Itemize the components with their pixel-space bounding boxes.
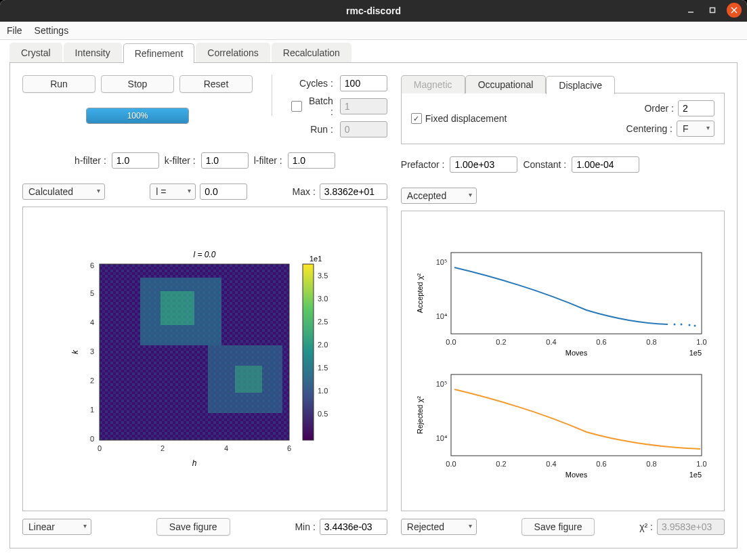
svg-point-40 bbox=[673, 324, 675, 326]
svg-text:l = 0.0: l = 0.0 bbox=[194, 250, 216, 259]
constant-input[interactable] bbox=[572, 156, 639, 173]
chi-output bbox=[657, 519, 725, 535]
svg-text:10⁴: 10⁴ bbox=[436, 312, 448, 320]
prefactor-input[interactable] bbox=[450, 156, 517, 173]
cycles-label: Cycles : bbox=[299, 78, 333, 89]
svg-text:6: 6 bbox=[90, 261, 94, 270]
stop-button[interactable]: Stop bbox=[101, 75, 174, 93]
svg-text:1e5: 1e5 bbox=[689, 349, 702, 357]
svg-text:10⁵: 10⁵ bbox=[436, 380, 447, 388]
svg-text:h: h bbox=[192, 458, 197, 468]
constant-label: Constant : bbox=[523, 159, 566, 170]
axis-select[interactable]: l = bbox=[150, 184, 196, 200]
tab-intensity[interactable]: Intensity bbox=[64, 43, 122, 62]
batch-checkbox[interactable] bbox=[291, 101, 302, 112]
svg-text:1: 1 bbox=[90, 406, 94, 414]
svg-text:0.8: 0.8 bbox=[646, 460, 656, 468]
bottom-chart-select[interactable]: Rejected bbox=[401, 519, 477, 535]
prefactor-label: Prefactor : bbox=[401, 159, 445, 170]
progress-text: 100% bbox=[87, 108, 188, 123]
subtab-occupational[interactable]: Occupational bbox=[465, 75, 547, 93]
save-figure-left-button[interactable]: Save figure bbox=[156, 518, 230, 536]
svg-text:0.2: 0.2 bbox=[496, 338, 506, 346]
svg-text:3.0: 3.0 bbox=[318, 295, 328, 303]
svg-rect-28 bbox=[303, 264, 314, 440]
svg-text:0.6: 0.6 bbox=[596, 460, 606, 468]
svg-text:0.2: 0.2 bbox=[496, 460, 506, 468]
subtab-displacive[interactable]: Displacive bbox=[546, 76, 615, 94]
svg-text:k: k bbox=[70, 349, 80, 354]
svg-rect-36 bbox=[451, 253, 702, 334]
run-count-label: Run : bbox=[310, 124, 333, 135]
svg-text:10⁴: 10⁴ bbox=[436, 434, 448, 442]
fixed-displacement-checkbox[interactable]: ✓ Fixed displacement bbox=[411, 113, 507, 124]
progress-bar: 100% bbox=[86, 108, 189, 124]
svg-text:0.4: 0.4 bbox=[546, 338, 556, 346]
min-label: Min : bbox=[295, 521, 315, 532]
axis-value-input[interactable] bbox=[200, 184, 247, 200]
run-button[interactable]: Run bbox=[22, 75, 95, 93]
lfilter-input[interactable] bbox=[288, 152, 335, 169]
menu-bar: File Settings bbox=[0, 22, 747, 40]
svg-text:0: 0 bbox=[90, 435, 94, 443]
tab-correlations[interactable]: Correlations bbox=[196, 43, 270, 62]
close-button[interactable] bbox=[727, 3, 742, 18]
reset-button[interactable]: Reset bbox=[179, 75, 253, 93]
chi-plots: Accepted χ² 10⁵10⁴ 0.00.20.40.60.81.0 Mo… bbox=[401, 211, 725, 511]
svg-point-42 bbox=[688, 324, 690, 326]
svg-text:1.0: 1.0 bbox=[318, 387, 328, 395]
subtab-magnetic: Magnetic bbox=[401, 75, 465, 93]
centering-select[interactable]: F bbox=[677, 121, 714, 137]
svg-text:0.5: 0.5 bbox=[318, 410, 328, 418]
svg-text:10⁵: 10⁵ bbox=[436, 258, 447, 266]
max-label: Max : bbox=[293, 186, 316, 197]
batch-input bbox=[340, 98, 387, 114]
svg-text:4: 4 bbox=[224, 444, 228, 452]
menu-settings[interactable]: Settings bbox=[35, 25, 69, 36]
window-title: rmc-discord bbox=[346, 5, 401, 16]
svg-text:1.0: 1.0 bbox=[696, 460, 706, 468]
main-tabs: Crystal Intensity Refinement Correlation… bbox=[9, 43, 738, 63]
scale-select[interactable]: Linear bbox=[22, 519, 91, 535]
plot-type-select[interactable]: Calculated bbox=[22, 184, 105, 200]
svg-text:0.6: 0.6 bbox=[596, 338, 606, 346]
svg-text:3.5: 3.5 bbox=[318, 272, 328, 280]
tab-refinement[interactable]: Refinement bbox=[123, 43, 195, 63]
svg-text:1e5: 1e5 bbox=[689, 471, 702, 479]
batch-label: Batch : bbox=[309, 95, 333, 117]
min-input[interactable] bbox=[320, 519, 387, 535]
svg-text:0: 0 bbox=[98, 444, 102, 452]
svg-rect-52 bbox=[451, 374, 702, 456]
svg-text:2: 2 bbox=[161, 444, 165, 452]
tab-crystal[interactable]: Crystal bbox=[9, 43, 62, 62]
heatmap-plot: l = 0.0 0123456 bbox=[22, 207, 387, 511]
titlebar: rmc-discord bbox=[0, 0, 747, 22]
order-label: Order : bbox=[644, 103, 674, 114]
svg-text:5: 5 bbox=[90, 289, 94, 297]
svg-rect-1 bbox=[710, 8, 715, 13]
maximize-button[interactable] bbox=[705, 3, 720, 18]
svg-text:4: 4 bbox=[90, 318, 94, 326]
max-input[interactable] bbox=[320, 184, 387, 200]
svg-text:0.0: 0.0 bbox=[446, 338, 456, 346]
svg-point-43 bbox=[693, 325, 696, 327]
menu-file[interactable]: File bbox=[7, 25, 22, 36]
svg-text:2.5: 2.5 bbox=[318, 318, 328, 326]
svg-text:Accepted χ²: Accepted χ² bbox=[416, 273, 424, 313]
centering-label: Centering : bbox=[626, 123, 673, 134]
run-count-input bbox=[340, 121, 387, 137]
save-figure-right-button[interactable]: Save figure bbox=[521, 518, 595, 536]
hfilter-input[interactable] bbox=[112, 152, 159, 169]
svg-text:0.0: 0.0 bbox=[446, 460, 456, 468]
tab-recalculation[interactable]: Recalculation bbox=[272, 43, 351, 62]
cycles-input[interactable] bbox=[340, 75, 387, 91]
kfilter-input[interactable] bbox=[201, 152, 249, 169]
svg-text:0.4: 0.4 bbox=[546, 460, 556, 468]
order-input[interactable] bbox=[678, 100, 714, 116]
top-chart-select[interactable]: Accepted bbox=[401, 188, 477, 204]
svg-text:2: 2 bbox=[90, 376, 94, 385]
svg-text:0.8: 0.8 bbox=[646, 338, 656, 346]
lfilter-label: l-filter : bbox=[254, 155, 282, 166]
svg-text:1e1: 1e1 bbox=[310, 255, 322, 263]
minimize-button[interactable] bbox=[683, 3, 698, 18]
